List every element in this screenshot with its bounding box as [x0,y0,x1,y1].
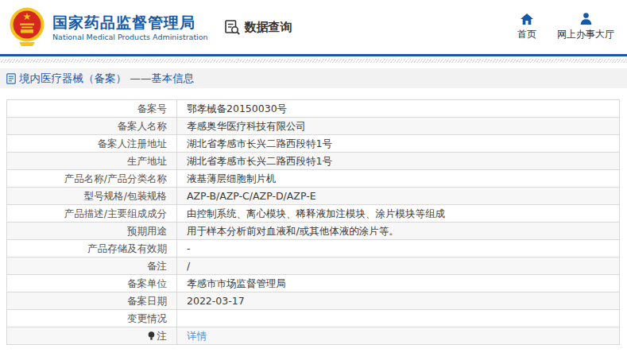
row-label: 备案人注册地址 [7,135,177,153]
brand-text: 国家药品监督管理局 National Medical Products Admi… [52,13,208,42]
page-title: 境内医疗器械（备案） ——基本信息 [19,72,194,86]
table-row: 生产地址 湖北省孝感市长兴二路西段特1号 [7,153,620,170]
row-label: 产品存储及有效期 [7,240,177,258]
row-label: 型号规格/包装规格 [7,188,177,205]
site-header: 国家药品监督管理局 National Medical Products Admi… [0,0,627,56]
row-label: 预期用途 [7,223,177,240]
org-name: 国家药品监督管理局 [52,13,208,32]
brand-logo-link[interactable]: 国家药品监督管理局 National Medical Products Admi… [8,6,208,48]
table-row: 型号规格/包装规格 AZP-B/AZP-C/AZP-D/AZP-E [7,188,620,205]
nav-home-label: 首页 [517,28,536,41]
table-row: 注 详情 [7,327,620,345]
row-value: 湖北省孝感市长兴二路西段特1号 [177,135,620,153]
row-value: 详情 [177,327,620,345]
row-value: AZP-B/AZP-C/AZP-D/AZP-E [177,188,620,205]
table-row: 产品名称/产品分类名称 液基薄层细胞制片机 [7,170,620,188]
national-emblem-icon [8,6,46,48]
table-row: 备案人名称 孝感奥华医疗科技有限公司 [7,118,620,135]
nav-home[interactable]: 首页 [517,13,536,41]
row-label: 备案号 [7,100,177,118]
row-label: 备案单位 [7,275,177,292]
table-row: 产品描述/主要组成成分 由控制系统、离心模块、稀释液加注模块、涂片模块等组成 [7,205,620,223]
row-value: 由控制系统、离心模块、稀释液加注模块、涂片模块等组成 [177,205,620,223]
nav-service-hall[interactable]: 网上办事大厅 [557,13,614,41]
bulb-note-icon [148,331,155,340]
user-icon [580,13,592,25]
row-label: 变更情况 [7,310,177,327]
row-label-text: 注 [157,330,168,342]
row-label: 产品名称/产品分类名称 [7,170,177,188]
document-search-icon [224,19,241,36]
org-name-en: National Medical Products Administration [52,32,208,42]
row-value: 鄂孝械备20150030号 [177,100,620,118]
row-value [177,310,620,327]
row-label: 注 [7,327,177,345]
row-value: 2022-03-17 [177,292,620,310]
row-label: 备案日期 [7,292,177,310]
row-label: 产品描述/主要组成成分 [7,205,177,223]
device-info-table: 备案号 鄂孝械备20150030号 备案人名称 孝感奥华医疗科技有限公司 备案人… [6,99,620,345]
table-row: 备注 / [7,258,620,275]
table-row: 预期用途 用于样本分析前对血液和/或其他体液的涂片等。 [7,223,620,240]
row-value: 液基薄层细胞制片机 [177,170,620,188]
header-nav: 首页 网上办事大厅 [517,13,614,41]
row-value: 湖北省孝感市长兴二路西段特1号 [177,153,620,170]
table-row: 备案单位 孝感市市场监督管理局 [7,275,620,292]
row-value: 用于样本分析前对血液和/或其他体液的涂片等。 [177,223,620,240]
row-label: 备注 [7,258,177,275]
document-icon [6,73,16,84]
table-row: 变更情况 [7,310,620,327]
row-label: 生产地址 [7,153,177,170]
data-query-tab[interactable]: 数据查询 [224,19,292,36]
row-value: - [177,240,620,258]
page-title-bar: 境内医疗器械（备案） ——基本信息 [0,68,627,88]
hatched-divider [0,59,627,63]
row-label: 备案人名称 [7,118,177,135]
table-row: 备案日期 2022-03-17 [7,292,620,310]
table-row: 备案号 鄂孝械备20150030号 [7,100,620,118]
row-value: 孝感市市场监督管理局 [177,275,620,292]
row-value: / [177,258,620,275]
row-value: 孝感奥华医疗科技有限公司 [177,118,620,135]
details-link[interactable]: 详情 [187,330,207,342]
table-row: 备案人注册地址 湖北省孝感市长兴二路西段特1号 [7,135,620,153]
home-icon [521,13,533,25]
nav-service-hall-label: 网上办事大厅 [557,28,614,41]
data-query-label: 数据查询 [245,20,292,35]
table-row: 产品存储及有效期 - [7,240,620,258]
